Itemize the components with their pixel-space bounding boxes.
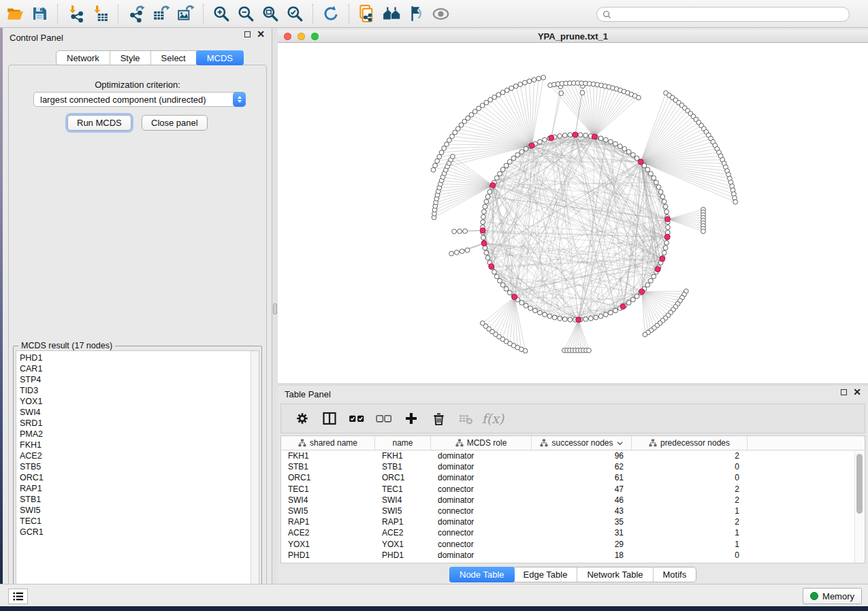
table-row[interactable]: RAP1RAP1dominator352	[281, 516, 865, 527]
show-hidden-button[interactable]	[430, 3, 451, 24]
graph-node[interactable]	[532, 78, 536, 82]
graph-node[interactable]	[500, 282, 505, 287]
graph-node[interactable]	[617, 144, 622, 149]
graph-node[interactable]	[527, 79, 532, 84]
graph-node[interactable]	[513, 84, 518, 88]
graph-node[interactable]	[460, 249, 464, 254]
graph-node[interactable]	[536, 76, 541, 81]
mcds-result-item[interactable]: STB1	[20, 494, 259, 505]
graph-node[interactable]	[649, 171, 654, 176]
graph-node[interactable]	[543, 312, 547, 317]
graph-node[interactable]	[701, 229, 706, 234]
graph-hub-node[interactable]	[576, 317, 581, 323]
graph-node[interactable]	[733, 199, 738, 204]
graph-node[interactable]	[613, 142, 618, 146]
mcds-result-item[interactable]: PHD1	[20, 352, 259, 363]
mcds-result-item[interactable]: PMA2	[20, 429, 259, 440]
table-row[interactable]: ACE2ACE2connector311	[281, 527, 865, 538]
graph-node[interactable]	[652, 274, 656, 279]
graph-node[interactable]	[451, 154, 455, 159]
table-settings-button[interactable]	[291, 407, 314, 430]
graph-hub-node[interactable]	[481, 241, 487, 246]
graph-node[interactable]	[507, 159, 512, 164]
zoom-in-button[interactable]	[210, 3, 232, 24]
graph-node[interactable]	[630, 297, 635, 302]
mcds-result-item[interactable]: YOX1	[20, 396, 259, 407]
graph-hub-node[interactable]	[664, 234, 670, 240]
graph-node[interactable]	[500, 167, 505, 172]
graph-node[interactable]	[652, 176, 656, 180]
zoom-out-button[interactable]	[235, 3, 257, 24]
apply-layout-button[interactable]	[320, 3, 342, 24]
graph-node[interactable]	[465, 248, 470, 252]
graph-node[interactable]	[485, 195, 490, 199]
graphics-details-button[interactable]	[405, 3, 427, 24]
graph-node[interactable]	[588, 316, 593, 321]
close-panel-icon[interactable]: ✕	[257, 31, 265, 37]
mcds-result-item[interactable]: TID3	[20, 385, 259, 396]
import-table-button[interactable]	[89, 3, 111, 24]
tab-mcds[interactable]: MCDS	[196, 50, 244, 65]
zoom-fit-button[interactable]	[259, 3, 281, 24]
open-file-button[interactable]	[4, 3, 26, 24]
graph-node[interactable]	[562, 133, 567, 138]
tab-select[interactable]: Select	[151, 51, 197, 65]
graph-node[interactable]	[634, 294, 639, 299]
table-row[interactable]: SWI5SWI5connector431	[281, 506, 865, 516]
graph-node[interactable]	[483, 204, 487, 209]
graph-node[interactable]	[654, 180, 659, 185]
memory-button[interactable]: Memory	[803, 588, 862, 604]
graph-node[interactable]	[523, 80, 528, 85]
graph-node[interactable]	[481, 214, 486, 219]
graph-node[interactable]	[494, 176, 499, 180]
graph-hub-node[interactable]	[592, 134, 597, 139]
graph-node[interactable]	[433, 163, 438, 168]
graph-node[interactable]	[524, 146, 528, 151]
column-header-predecessor-nodes[interactable]: predecessor nodes	[632, 436, 748, 450]
graph-node[interactable]	[552, 315, 557, 320]
split-panel-button[interactable]	[318, 407, 341, 430]
criterion-select[interactable]: largest connected component (undirected)	[33, 92, 246, 107]
graph-node[interactable]	[504, 286, 509, 291]
graph-node[interactable]	[622, 146, 627, 151]
graph-node[interactable]	[435, 159, 440, 163]
graph-node[interactable]	[587, 348, 592, 353]
group-nodes-button[interactable]	[381, 3, 402, 24]
graph-node[interactable]	[645, 282, 650, 287]
table-row[interactable]: ORC1ORC1dominator610	[281, 472, 865, 483]
graph-node[interactable]	[543, 137, 547, 142]
search-input[interactable]	[615, 10, 839, 19]
select-all-button[interactable]	[345, 407, 368, 430]
graph-node[interactable]	[485, 256, 490, 261]
import-network-button[interactable]	[65, 3, 86, 24]
graph-hub-node[interactable]	[490, 182, 496, 188]
graph-node[interactable]	[442, 146, 447, 151]
graph-node[interactable]	[496, 93, 501, 97]
graph-node[interactable]	[664, 210, 669, 214]
graph-node[interactable]	[609, 139, 613, 144]
graph-node[interactable]	[498, 171, 502, 176]
graph-node[interactable]	[626, 150, 631, 154]
delete-column-button[interactable]	[427, 407, 450, 430]
graph-node[interactable]	[547, 314, 552, 318]
unselect-all-button[interactable]	[372, 407, 396, 430]
graph-node[interactable]	[480, 321, 485, 326]
tab-edge-table[interactable]: Edge Table	[514, 567, 578, 582]
graph-node[interactable]	[663, 246, 668, 250]
graph-node[interactable]	[541, 76, 546, 80]
vertical-splitter[interactable]	[272, 28, 278, 584]
float-table-panel-icon[interactable]	[841, 389, 847, 395]
graph-node[interactable]	[487, 190, 492, 195]
graph-node[interactable]	[568, 133, 573, 137]
graph-node[interactable]	[482, 210, 487, 214]
mcds-result-item[interactable]: CAR1	[20, 363, 259, 374]
graph-node[interactable]	[498, 278, 502, 283]
graph-node[interactable]	[598, 136, 603, 141]
graph-node[interactable]	[455, 250, 460, 255]
graph-node[interactable]	[637, 95, 641, 100]
add-column-button[interactable]	[400, 407, 423, 430]
graph-node[interactable]	[598, 314, 603, 318]
graph-node[interactable]	[528, 306, 533, 311]
graph-node[interactable]	[662, 199, 666, 204]
table-row[interactable]: PHD1PHD1dominator180	[281, 550, 865, 561]
